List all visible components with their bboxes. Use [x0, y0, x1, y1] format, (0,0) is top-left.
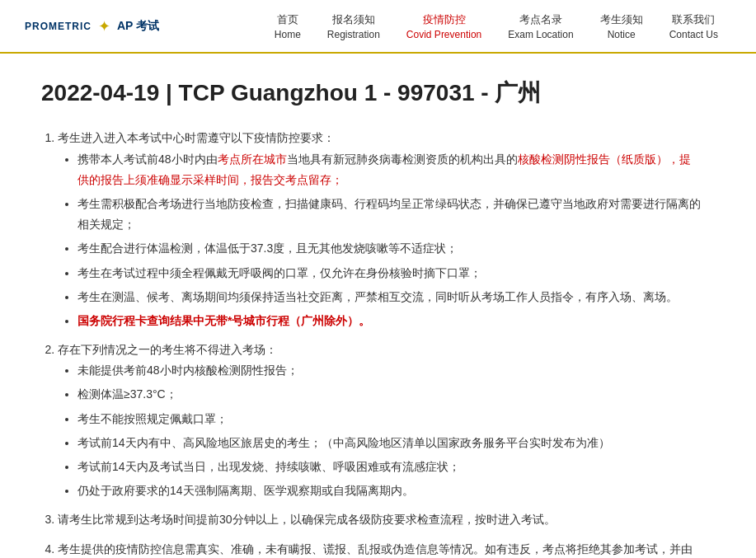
main-nav: 首页 Home 报名须知 Registration 疫情防控 Covid Pre…	[223, 6, 731, 47]
nav-contact-en: Contact Us	[669, 29, 718, 40]
nav-notice[interactable]: 考生须知 Notice	[587, 6, 656, 47]
nav-contact-zh: 联系我们	[672, 12, 715, 27]
bullet-2-4: 考试前14天内有中、高风险地区旅居史的考生；（中高风险地区清单以国家政务服务平台…	[77, 433, 701, 453]
content-body: 考生进入进入本考试中心时需遵守以下疫情防控要求： 携带本人考试前48小时内由考点…	[41, 128, 701, 558]
header: PROMETRIC ✦ AP 考试 首页 Home 报名须知 Registrat…	[0, 0, 756, 54]
nav-home[interactable]: 首页 Home	[261, 6, 314, 47]
bullet-2-2: 检测体温≥37.3°C；	[77, 384, 701, 405]
ap-logo: AP 考试	[117, 19, 159, 34]
nav-registration-en: Registration	[327, 29, 380, 40]
star-icon: ✦	[98, 17, 110, 35]
nav-home-en: Home	[275, 29, 301, 40]
nav-exam-location-en: Exam Location	[508, 29, 573, 40]
nav-covid-zh: 疫情防控	[423, 12, 466, 27]
bullet-1-5: 考生在测温、候考、离场期间均须保持适当社交距离，严禁相互交流，同时听从考场工作人…	[77, 287, 701, 307]
section-4: 考生提供的疫情防控信息需真实、准确，未有瞒报、谎报、乱报或伪造信息等情况。如有违…	[58, 539, 701, 558]
section-3: 请考生比常规到达考场时间提前30分钟以上，以确保完成各级防疫要求检查流程，按时进…	[58, 509, 701, 530]
prometric-logo: PROMETRIC	[25, 21, 92, 32]
bullet-2-6: 仍处于政府要求的14天强制隔离期、医学观察期或自我隔离期内。	[77, 481, 701, 501]
logo-area: PROMETRIC ✦ AP 考试	[25, 17, 190, 35]
nav-covid-en: Covid Prevention	[406, 29, 481, 40]
page-title: 2022-04-19 | TCP Guangzhou 1 - 997031 - …	[41, 78, 701, 108]
nav-notice-en: Notice	[608, 29, 636, 40]
bullet-1-3: 考生配合进行体温检测，体温低于37.3度，且无其他发烧咳嗽等不适症状；	[77, 238, 701, 259]
nav-covid[interactable]: 疫情防控 Covid Prevention	[393, 6, 495, 47]
section-2: 存在下列情况之一的考生将不得进入考场： 未能提供考前48小时内核酸检测阴性报告；…	[58, 340, 701, 501]
bullet-1-2: 考生需积极配合考场进行当地防疫检查，扫描健康码、行程码均呈正常绿码状态，并确保已…	[77, 194, 701, 235]
bullet-2-5: 考试前14天内及考试当日，出现发烧、持续咳嗽、呼吸困难或有流感症状；	[77, 457, 701, 477]
nav-contact[interactable]: 联系我们 Contact Us	[656, 6, 731, 47]
bullet-1-6: 国务院行程卡查询结果中无带*号城市行程（广州除外）。	[77, 311, 701, 331]
bullet-1-1: 携带本人考试前48小时内由考点所在城市当地具有新冠肺炎病毒检测资质的机构出具的核…	[77, 149, 701, 190]
main-content: 2022-04-19 | TCP Guangzhou 1 - 997031 - …	[0, 54, 742, 558]
nav-notice-zh: 考生须知	[600, 12, 643, 27]
section-1: 考生进入进入本考试中心时需遵守以下疫情防控要求： 携带本人考试前48小时内由考点…	[58, 128, 701, 331]
bullet-2-1: 未能提供考前48小时内核酸检测阴性报告；	[77, 360, 701, 381]
nav-registration[interactable]: 报名须知 Registration	[314, 6, 393, 47]
nav-home-zh: 首页	[277, 12, 298, 27]
nav-exam-location[interactable]: 考点名录 Exam Location	[495, 6, 586, 47]
bullet-2-3: 考生不能按照规定佩戴口罩；	[77, 409, 701, 429]
nav-registration-zh: 报名须知	[332, 12, 375, 27]
nav-exam-location-zh: 考点名录	[519, 12, 562, 27]
bullet-1-4: 考生在考试过程中须全程佩戴无呼吸阀的口罩，仅允许在身份核验时摘下口罩；	[77, 263, 701, 284]
